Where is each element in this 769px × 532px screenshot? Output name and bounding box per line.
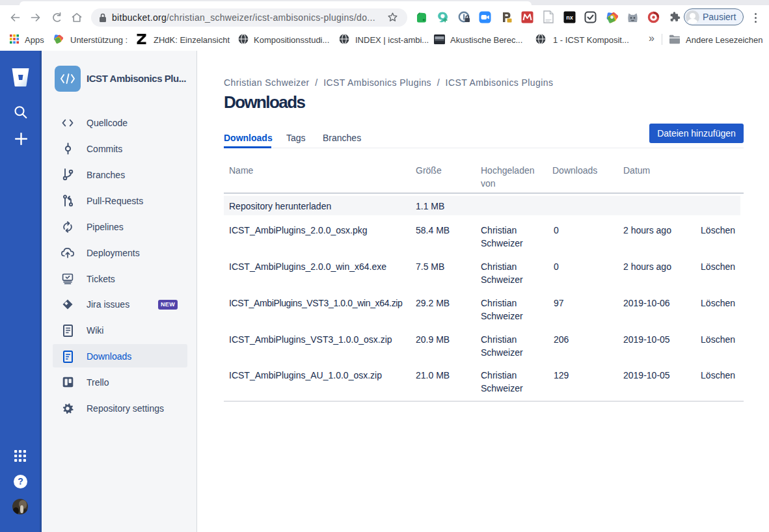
svg-text:nx: nx — [566, 14, 573, 21]
